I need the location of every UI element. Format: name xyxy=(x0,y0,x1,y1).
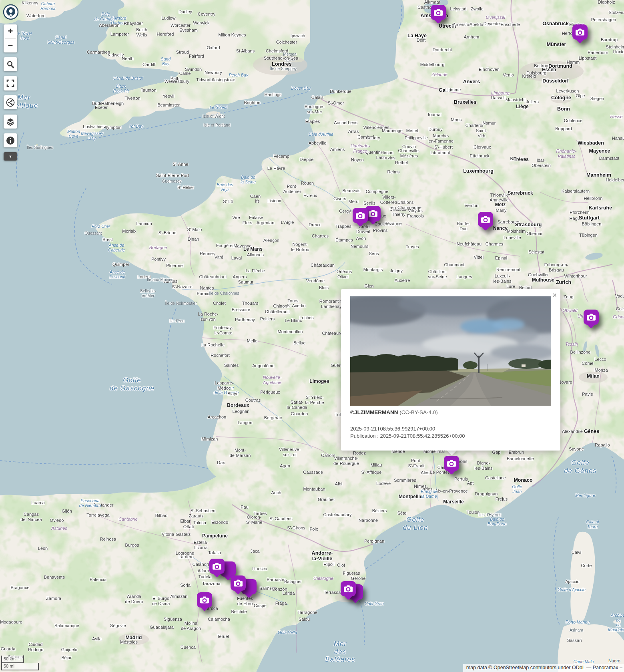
photo-marker-switzerland[interactable] xyxy=(584,310,599,330)
map-attribution: map data © OpenStreetMap contributors un… xyxy=(463,664,624,672)
photo-popup: × ©JLZIMMERMANN (CC-BY-SA-4.0) 2025-09-2… xyxy=(341,289,560,451)
photo-publication-timestamp: Publication : 2025-09-21T08:55:42.285526… xyxy=(350,433,465,439)
photo-marker-spain-calatayud[interactable] xyxy=(197,592,212,613)
marker-body xyxy=(431,5,446,20)
fullscreen-icon xyxy=(6,79,14,87)
camera-icon xyxy=(447,460,456,467)
marker-body xyxy=(353,208,368,223)
scalebar-km: 50 km xyxy=(1,656,24,663)
camera-icon xyxy=(233,579,243,587)
camera-icon xyxy=(200,596,209,604)
layers-button[interactable] xyxy=(4,115,17,129)
marker-body xyxy=(231,575,246,591)
collapse-icon: ▼ xyxy=(9,155,12,159)
marker-body xyxy=(341,581,356,596)
photo-marker-nancy[interactable] xyxy=(478,212,493,233)
camera-icon xyxy=(433,9,443,16)
marker-body xyxy=(209,559,225,574)
info-button[interactable] xyxy=(4,133,17,147)
camera-icon xyxy=(481,216,490,223)
zoom-in-button[interactable]: + xyxy=(4,24,17,38)
map-app: KilkennyWaterforde Tower HoleWexford Har… xyxy=(0,0,624,672)
attribution-prefix: map data © xyxy=(466,665,494,670)
collapse-controls-button[interactable]: ▼ xyxy=(4,152,17,161)
osm-contributors-link[interactable]: OpenStreetMap contributors xyxy=(494,665,556,670)
camera-icon xyxy=(212,563,222,570)
camera-icon xyxy=(368,210,378,217)
panoramax-link[interactable]: Panoramax xyxy=(593,665,618,670)
marker-body xyxy=(584,310,599,325)
photo-license: (CC-BY-SA-4.0) xyxy=(399,409,438,415)
photo-marker-catalonia[interactable] xyxy=(341,581,356,602)
info-icon xyxy=(6,136,15,145)
search-button[interactable] xyxy=(4,57,17,71)
zoom-control: + − xyxy=(4,24,17,52)
panoramax-logo[interactable] xyxy=(3,4,19,20)
zoom-out-button[interactable]: − xyxy=(4,38,17,52)
photo-credit: ©JLZIMMERMANN (CC-BY-SA-4.0) xyxy=(350,409,438,415)
photo-author: ©JLZIMMERMANN xyxy=(350,409,398,415)
fullscreen-button[interactable] xyxy=(4,76,17,91)
photo-marker-germany-minden[interactable] xyxy=(572,24,588,45)
photo-capture-timestamp: 2025-09-21T08:55:36.992917+00:00 xyxy=(350,426,435,432)
camera-icon xyxy=(343,585,353,593)
photo-marker-spain-ebro[interactable] xyxy=(209,559,225,579)
layers-icon xyxy=(6,117,15,126)
photo-marker-paris-west[interactable] xyxy=(353,208,368,229)
marker-body xyxy=(478,212,493,227)
marker-body xyxy=(572,24,588,40)
marker-body xyxy=(197,592,212,608)
popup-photo-image[interactable] xyxy=(350,296,551,406)
attribution-suffix: – xyxy=(618,665,622,670)
scalebar-mi: 50 mi xyxy=(1,663,39,670)
share-icon xyxy=(6,98,15,107)
photo-marker-amsterdam[interactable] xyxy=(431,5,446,26)
photo-marker-spain-zaragoza[interactable] xyxy=(231,575,246,596)
search-icon xyxy=(6,60,14,68)
close-icon[interactable]: × xyxy=(551,290,558,300)
marker-body xyxy=(444,456,459,471)
camera-icon xyxy=(586,314,596,321)
photo-marker-provence-selected[interactable] xyxy=(444,456,459,477)
camera-icon xyxy=(575,28,585,36)
camera-icon xyxy=(355,212,365,219)
attribution-middle: under ODbL — xyxy=(556,665,593,670)
share-button[interactable] xyxy=(4,95,17,109)
